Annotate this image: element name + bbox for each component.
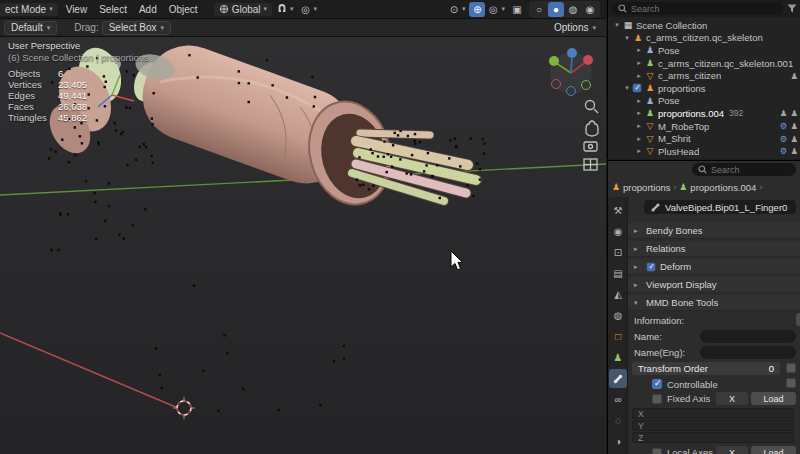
viewport-header: ect Mode ▾ View Select Add Object Global… bbox=[0, 0, 606, 19]
outliner-row-armature-object[interactable]: ▾ ♟ c_arms_citizen.qc_skeleton bbox=[608, 32, 800, 45]
local-axes-select[interactable]: X bbox=[716, 446, 748, 454]
local-axes-load-button[interactable]: Load bbox=[751, 446, 796, 454]
outliner-row-scene-collection[interactable]: ▾ ▦ Scene Collection bbox=[608, 19, 800, 32]
expand-arrow-icon[interactable]: ▾ bbox=[622, 34, 632, 42]
options-dropdown[interactable]: Options ▾ bbox=[547, 21, 603, 35]
panel-bendy-bones[interactable]: ▸ Bendy Bones bbox=[628, 223, 800, 239]
viewport-3d[interactable]: User Perspective (6) Scene Collection | … bbox=[0, 37, 606, 454]
menu-add[interactable]: Add bbox=[133, 4, 163, 15]
expand-arrow-icon[interactable]: ▸ bbox=[634, 109, 644, 117]
object-data-tab[interactable]: ♟ bbox=[609, 348, 627, 367]
modifier-icon[interactable]: ⚙ bbox=[780, 121, 788, 131]
collection-icon: ▦ bbox=[622, 20, 634, 30]
snap-magnet-icon[interactable] bbox=[274, 2, 290, 17]
outliner-row-pose[interactable]: ▸ ♟ Pose bbox=[608, 44, 800, 57]
drag-mode-dropdown[interactable]: Select Box ▾ bbox=[102, 21, 171, 35]
expand-arrow-icon[interactable]: ▸ bbox=[634, 46, 644, 54]
menu-object[interactable]: Object bbox=[163, 4, 204, 15]
panel-deform[interactable]: ▸ Deform bbox=[628, 259, 800, 275]
shading-material-icon[interactable]: ◍ bbox=[565, 2, 581, 17]
expand-arrow-icon[interactable]: ▸ bbox=[634, 122, 644, 130]
transform-orientation-dropdown[interactable]: Global ▾ bbox=[214, 3, 272, 16]
shading-rendered-icon[interactable]: ◉ bbox=[582, 2, 598, 17]
controllable-checkbox[interactable] bbox=[652, 379, 662, 389]
panel-mmd-bone-tools[interactable]: ▾ MMD Bone Tools bbox=[628, 295, 800, 311]
menu-view[interactable]: View bbox=[60, 4, 94, 15]
visibility-dropdown-icon[interactable]: ⊙ bbox=[446, 2, 462, 17]
bone-tab[interactable] bbox=[609, 369, 627, 388]
panel-viewport-display[interactable]: ▸ Viewport Display bbox=[628, 277, 800, 293]
armature-modifier-icon[interactable]: ♟ bbox=[790, 121, 798, 131]
proportional-dropdown-icon[interactable]: ▾ bbox=[314, 5, 318, 13]
outliner-row-shrit[interactable]: ▸ ▽ M_Shrit ⚙ ♟ bbox=[608, 132, 800, 145]
fixed-axis-load-button[interactable]: Load bbox=[751, 392, 796, 405]
world-tab[interactable]: ◍ bbox=[609, 306, 627, 325]
object-tab[interactable]: □ bbox=[609, 327, 627, 346]
view-layer-tab[interactable]: ▤ bbox=[609, 264, 627, 283]
breadcrumb-data[interactable]: proportions.004 bbox=[690, 182, 756, 193]
gizmo-toggle-icon[interactable]: ⊕ bbox=[469, 2, 485, 17]
proportional-editing-icon[interactable]: ◎ bbox=[298, 2, 314, 17]
name-eng-input[interactable] bbox=[700, 346, 796, 359]
local-axes-checkbox[interactable] bbox=[652, 448, 662, 454]
outliner-panel: ▾ ▦ Scene Collection ▾ ♟ c_arms_citizen.… bbox=[607, 0, 800, 159]
fixed-axis-x-field[interactable]: X bbox=[632, 408, 794, 419]
scene-tab[interactable]: ◭ bbox=[609, 285, 627, 304]
armature-icon[interactable]: ♟ bbox=[790, 108, 798, 118]
outliner-row-pose[interactable]: ▸ ♟ Pose bbox=[608, 95, 800, 108]
bone-icon bbox=[612, 373, 624, 385]
cutoff-checkbox[interactable] bbox=[786, 363, 796, 373]
outliner-row-mesh[interactable]: ▸ ▽ c_arms_citizen ♟ bbox=[608, 69, 800, 82]
outliner-row-proportions-004[interactable]: ▸ ♟ proportions.004 392 ♟ ♟ bbox=[608, 107, 800, 120]
outliner-search-input[interactable] bbox=[631, 4, 777, 14]
expand-arrow-icon[interactable]: ▾ bbox=[612, 21, 622, 29]
outliner-row-robetop[interactable]: ▸ ▽ M_RobeTop ⚙ ♟ bbox=[608, 120, 800, 133]
expand-arrow-icon[interactable]: ▸ bbox=[634, 59, 644, 67]
outliner-row-plushead[interactable]: ▸ ▽ PlusHead ⚙ ♟ bbox=[608, 145, 800, 158]
menu-select[interactable]: Select bbox=[93, 4, 133, 15]
expand-arrow-icon[interactable]: ▸ bbox=[634, 97, 644, 105]
outliner-row-proportions[interactable]: ▾ ♟ proportions bbox=[608, 82, 800, 95]
id-button[interactable]: ID bbox=[796, 313, 800, 326]
overlays-toggle-icon[interactable]: ◎ bbox=[485, 2, 501, 17]
properties-search-input[interactable] bbox=[711, 165, 790, 175]
breadcrumb-object[interactable]: proportions bbox=[623, 182, 671, 193]
outliner-search[interactable] bbox=[612, 2, 783, 15]
expand-arrow-icon[interactable]: ▸ bbox=[634, 147, 644, 155]
fixed-axis-checkbox[interactable] bbox=[652, 394, 662, 404]
modifier-icon[interactable]: ⚙ bbox=[780, 146, 788, 156]
expand-arrow-icon[interactable]: ▸ bbox=[634, 72, 644, 80]
expand-arrow-icon[interactable]: ▾ bbox=[622, 84, 632, 92]
panel-relations[interactable]: ▸ Relations bbox=[628, 241, 800, 257]
physics-tab[interactable]: ◌ bbox=[609, 411, 627, 430]
mode-selector[interactable]: ect Mode ▾ bbox=[0, 3, 58, 16]
armature-modifier-icon[interactable]: ♟ bbox=[790, 134, 798, 144]
armature-modifier-icon[interactable]: ♟ bbox=[790, 146, 798, 156]
shading-wireframe-icon[interactable]: ○ bbox=[531, 2, 547, 17]
deform-checkbox[interactable] bbox=[647, 262, 656, 271]
xray-toggle-icon[interactable]: ▣ bbox=[509, 2, 525, 17]
fixed-axis-z-field[interactable]: Z bbox=[632, 432, 794, 443]
filter-icon[interactable] bbox=[787, 4, 797, 13]
output-tab[interactable]: ⊡ bbox=[609, 243, 627, 262]
properties-search[interactable] bbox=[692, 163, 796, 176]
modifier-icon[interactable]: ⚙ bbox=[780, 134, 788, 144]
transform-order-field[interactable]: Transform Order 0 bbox=[632, 362, 780, 375]
bone-constraint-tab[interactable]: ∞ bbox=[609, 390, 627, 409]
collection-checkbox[interactable] bbox=[633, 84, 642, 93]
tool-tab[interactable]: ⚒ bbox=[609, 201, 627, 220]
expand-arrow-icon[interactable]: ▸ bbox=[634, 135, 644, 143]
outliner-row-armature-data[interactable]: ▸ ♟ c_arms_citizen.qc_skeleton.001 bbox=[608, 57, 800, 70]
snap-dropdown-icon[interactable]: ▾ bbox=[290, 5, 294, 13]
render-tab[interactable]: ◉ bbox=[609, 222, 627, 241]
pose-icon[interactable]: ♟ bbox=[780, 108, 788, 118]
material-tab[interactable]: ◑ bbox=[609, 432, 627, 451]
armature-modifier-icon[interactable]: ♟ bbox=[790, 71, 798, 81]
fixed-axis-select[interactable]: X bbox=[716, 392, 748, 405]
name-input[interactable] bbox=[700, 330, 796, 343]
shading-solid-icon[interactable]: ● bbox=[548, 2, 564, 17]
bone-name-field[interactable]: ValveBiped.Bip01_L_Finger0 bbox=[644, 200, 796, 214]
tool-preset-dropdown[interactable]: Default ▾ bbox=[4, 21, 57, 35]
fixed-axis-y-field[interactable]: Y bbox=[632, 420, 794, 431]
cutoff-checkbox[interactable] bbox=[786, 378, 796, 388]
